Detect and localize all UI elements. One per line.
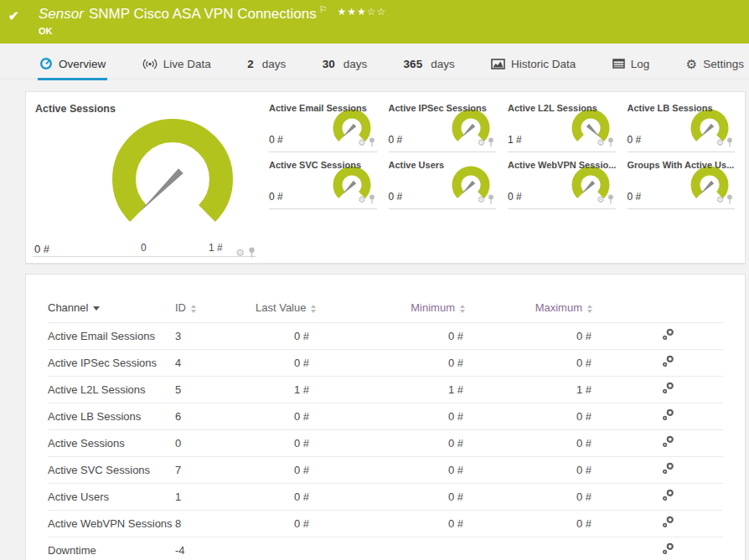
table-row: Downtime -4 <box>48 537 723 560</box>
channel-settings-icon[interactable] <box>662 435 674 448</box>
tile-value: 0 # <box>628 134 642 146</box>
table-row: Active Email Sessions 3 0 # 0 # 0 # <box>48 323 723 350</box>
cell-id: 6 <box>175 403 256 430</box>
flag-icon[interactable]: ⚐ <box>319 4 328 14</box>
stars-empty[interactable]: ☆☆ <box>367 6 387 18</box>
tile-title: Groups With Active Us... <box>628 160 736 170</box>
tab-label-number: 2 <box>247 58 254 70</box>
gauge-needle <box>579 181 594 196</box>
sensor-header: ✔ SensorSNMP Cisco ASA VPN Connections⚐★… <box>0 0 749 44</box>
sort-icon <box>191 305 196 313</box>
gear-icon[interactable]: ⚙ <box>478 138 485 147</box>
cell-id: 4 <box>175 350 256 377</box>
channel-settings-icon[interactable] <box>662 462 674 475</box>
cell-maximum <box>465 537 592 560</box>
gauge-icon <box>39 57 53 70</box>
table-row: Active LB Sessions 6 0 # 0 # 0 # <box>48 403 723 430</box>
col-header-minimum[interactable]: Minimum <box>348 291 465 323</box>
sort-icon <box>587 305 592 313</box>
gear-icon[interactable]: ⚙ <box>358 195 365 204</box>
tile-active-ipsec-sessions[interactable]: Active IPSec Sessions 0 # ⚙ <box>389 100 497 152</box>
gear-icon[interactable]: ⚙ <box>358 138 365 147</box>
pin-icon[interactable] <box>488 137 494 147</box>
gear-icon[interactable]: ⚙ <box>716 195 724 204</box>
cell-maximum: 0 # <box>465 511 592 537</box>
channel-settings-icon[interactable] <box>662 516 674 528</box>
log-icon <box>612 59 625 69</box>
pin-icon[interactable] <box>248 247 256 258</box>
gauge-title: Active Sessions <box>35 103 116 115</box>
tab-historic-data[interactable]: Historic Data <box>489 44 577 80</box>
tile-active-email-sessions[interactable]: Active Email Sessions 0 # ⚙ <box>269 100 377 152</box>
cell-id: 3 <box>175 323 256 350</box>
gear-icon[interactable]: ⚙ <box>235 248 245 258</box>
tile-active-users[interactable]: Active Users 0 # ⚙ <box>389 157 497 209</box>
pin-icon[interactable] <box>488 194 494 204</box>
cell-channel: Active L2L Sessions <box>48 377 175 403</box>
pin-icon[interactable] <box>726 194 733 204</box>
tile-active-l2l-sessions[interactable]: Active L2L Sessions 1 # ⚙ <box>508 100 616 152</box>
sort-icon <box>460 305 465 313</box>
gauge-needle <box>340 181 355 196</box>
gear-icon[interactable]: ⚙ <box>478 195 485 204</box>
cell-last-value: 0 # <box>256 350 348 377</box>
gauge-active-sessions[interactable]: Active Sessions 0 # 0 1 # ⚙ <box>26 92 266 263</box>
channel-settings-icon[interactable] <box>662 355 674 367</box>
col-header-maximum[interactable]: Maximum <box>465 291 592 323</box>
col-header-channel[interactable]: Channel <box>48 291 175 323</box>
tile-value: 0 # <box>389 191 403 203</box>
tab-log[interactable]: Log <box>611 44 652 80</box>
gauge-needle <box>699 181 714 196</box>
gauges-panel: Active Sessions 0 # 0 1 # ⚙ Active Email… <box>25 91 746 264</box>
tile-value: 0 # <box>269 191 283 203</box>
pin-icon[interactable] <box>607 137 614 147</box>
cell-last-value: 0 # <box>256 511 348 537</box>
tab-label-number: 365 <box>404 58 423 70</box>
tile-groups-with-active-users[interactable]: Groups With Active Us... 0 # ⚙ <box>628 157 736 209</box>
pin-icon[interactable] <box>607 194 614 204</box>
channel-settings-icon[interactable] <box>662 542 674 555</box>
page-title: SNMP Cisco ASA VPN Connections <box>89 6 317 22</box>
cell-channel: Active Email Sessions <box>48 323 175 350</box>
gauge-needle <box>340 124 355 139</box>
channel-settings-icon[interactable] <box>662 328 674 341</box>
pin-icon[interactable] <box>369 194 375 204</box>
table-row: Active L2L Sessions 5 1 # 1 # 1 # <box>48 377 723 403</box>
cell-last-value: 0 # <box>256 484 348 511</box>
sort-icon <box>311 305 316 313</box>
gear-icon[interactable]: ⚙ <box>597 138 604 147</box>
tab-2-days[interactable]: 2 days <box>245 44 287 80</box>
tile-title: Active IPSec Sessions <box>389 103 497 113</box>
tab-overview[interactable]: Overview <box>38 44 107 80</box>
tile-title: Active WebVPN Sessio... <box>508 160 616 170</box>
tab-live-data[interactable]: Live Data <box>141 44 213 80</box>
tab-settings[interactable]: ⚙ Settings <box>684 44 746 80</box>
channel-settings-icon[interactable] <box>662 489 674 501</box>
cell-id: 5 <box>175 377 256 403</box>
cell-maximum: 0 # <box>465 457 592 484</box>
pin-icon[interactable] <box>369 137 375 147</box>
col-header-id[interactable]: ID <box>175 291 256 323</box>
cell-maximum: 1 # <box>465 377 592 403</box>
cell-minimum: 0 # <box>348 457 465 484</box>
table-row: Active WebVPN Sessions 8 0 # 0 # 0 # <box>48 511 723 537</box>
col-header-last-value[interactable]: Last Value <box>256 291 348 323</box>
channel-settings-icon[interactable] <box>662 382 674 394</box>
gear-icon[interactable]: ⚙ <box>597 195 604 204</box>
tab-label: Historic Data <box>511 58 576 70</box>
tile-active-lb-sessions[interactable]: Active LB Sessions 0 # ⚙ <box>628 100 736 152</box>
tile-value: 1 # <box>508 134 522 146</box>
channel-settings-icon[interactable] <box>662 408 674 421</box>
col-header-settings <box>592 291 723 323</box>
mini-gauge-grid: Active Email Sessions 0 # ⚙ Active IPSec… <box>266 92 745 263</box>
gauge-needle <box>460 181 475 196</box>
tab-30-days[interactable]: 30 days <box>321 44 369 80</box>
tile-active-svc-sessions[interactable]: Active SVC Sessions 0 # ⚙ <box>269 157 377 209</box>
tab-365-days[interactable]: 365 days <box>402 44 457 80</box>
stars-filled[interactable]: ★★★ <box>338 6 367 18</box>
table-header-row: Channel ID Last Value Minimum Maximum <box>48 291 723 323</box>
gear-icon[interactable]: ⚙ <box>716 138 724 147</box>
priority-stars[interactable]: ★★★☆☆ <box>338 6 387 18</box>
tile-active-webvpn-sessions[interactable]: Active WebVPN Sessio... 0 # ⚙ <box>508 157 616 209</box>
pin-icon[interactable] <box>726 137 733 147</box>
